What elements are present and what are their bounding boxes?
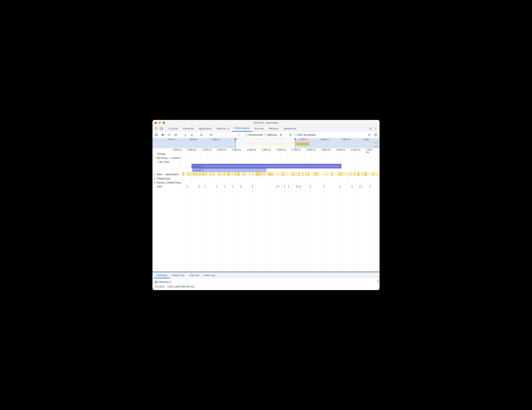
svg-point-4	[375, 127, 376, 128]
dim-3rd-parties-checkbox-input[interactable]	[294, 134, 297, 136]
collapse-arrow-icon[interactable]: ▼	[154, 157, 156, 159]
overview-cpu-olive	[297, 143, 309, 146]
record-icon[interactable]	[160, 132, 165, 137]
details-scrollbar[interactable]	[378, 280, 379, 284]
upload-icon[interactable]	[183, 132, 188, 137]
svg-point-15	[375, 135, 376, 136]
overview-handle-right[interactable]	[294, 138, 296, 140]
event-color-swatch	[155, 281, 157, 283]
svg-point-6	[375, 129, 376, 130]
details-tab-call-tree[interactable]: Call tree	[187, 272, 201, 278]
svg-line-12	[175, 134, 176, 136]
overview-handle-left[interactable]	[235, 138, 236, 140]
gc-icon[interactable]	[278, 132, 284, 137]
tab-sources[interactable]: Sources	[252, 126, 266, 132]
device-toolbar-icon[interactable]	[159, 126, 164, 131]
chevron-down-icon: ▼	[238, 134, 239, 136]
reload-record-icon[interactable]	[167, 132, 172, 137]
toggle-sidebar-icon[interactable]	[154, 132, 159, 137]
overview-cpu-label: CPU	[374, 142, 378, 144]
recording-selector-value: #3	[210, 133, 212, 136]
details-tab-summary[interactable]: Summary	[154, 272, 170, 278]
memory-checkbox[interactable]: Memory	[264, 133, 277, 136]
window-titlebar: DevTools - about:blank	[152, 120, 380, 126]
expand-arrow-icon[interactable]: ▶	[154, 178, 156, 180]
timeline-overview[interactable]: 500 ms 1,000 ms 1,500 ms 2,000 ms 2,500 …	[152, 138, 380, 148]
window-title: DevTools - about:blank	[152, 121, 380, 124]
tab-lighthouse[interactable]: Lighthouse	[281, 126, 299, 132]
screenshots-checkbox-input[interactable]	[245, 134, 247, 136]
help-icon[interactable]	[373, 132, 378, 137]
details-tab-event-log[interactable]: Event log	[201, 272, 217, 278]
settings-icon[interactable]	[368, 126, 373, 131]
performance-toolbar: #3 ▼ Screenshots Memory Dim 3rd parties	[152, 132, 380, 138]
overview-viewport[interactable]	[235, 138, 296, 148]
tab-application[interactable]: Application	[196, 126, 214, 132]
recording-selector[interactable]: #3 ▼	[208, 133, 241, 137]
tab-performance[interactable]: Performance	[232, 126, 252, 132]
track-timings[interactable]: Timings	[152, 152, 380, 156]
track-child-io[interactable]: ▶Chrome_ChildIOThread	[152, 181, 380, 185]
svg-rect-7	[155, 134, 158, 136]
track-main[interactable]: ▶Main — about:blank	[152, 172, 380, 177]
screenshots-checkbox[interactable]: Screenshots	[245, 133, 263, 136]
track-thread-pool[interactable]: ▶Thread pool	[152, 177, 380, 181]
details-tab-bottom-up[interactable]: Bottom-up	[170, 272, 187, 278]
details-tabs: Summary Bottom-up Call tree Event log	[152, 272, 380, 278]
tab-memory[interactable]: Memory	[266, 126, 281, 132]
track-gpu[interactable]: GPU	[152, 185, 380, 189]
details-selected-title: measure 2	[155, 280, 377, 283]
main-ruler: 1,900 ms 2,000 ms 2,100 ms 2,200 ms 2,30…	[181, 148, 380, 152]
panel-settings-icon[interactable]	[367, 132, 372, 137]
memory-checkbox-input[interactable]	[264, 134, 267, 136]
download-icon[interactable]	[189, 132, 194, 137]
warning-icon: ▲	[227, 126, 229, 132]
flame-row-1: measure 1	[152, 168, 380, 172]
expand-arrow-icon[interactable]: ▶	[154, 173, 156, 175]
svg-point-13	[369, 134, 370, 135]
track-my-track[interactable]: ▼My Track	[152, 160, 380, 164]
flame-row-0: measure 2	[152, 164, 380, 168]
more-menu-icon[interactable]	[373, 126, 378, 131]
tab-elements[interactable]: Elements	[180, 126, 196, 132]
dim-3rd-parties-checkbox[interactable]: Dim 3rd parties	[294, 133, 316, 136]
details-body: measure 2 Duration 1.00 s (self 500.08 m…	[152, 278, 380, 290]
home-icon[interactable]	[199, 132, 204, 137]
collapse-arrow-icon[interactable]: ▼	[157, 161, 159, 163]
flame-chart-area[interactable]: 1,900 ms 2,000 ms 2,100 ms 2,200 ms 2,30…	[152, 148, 380, 272]
svg-point-3	[370, 128, 371, 129]
main-thread-events[interactable]	[181, 172, 380, 176]
overview-net-label: NET	[374, 146, 378, 148]
svg-rect-2	[162, 128, 163, 130]
gpu-events[interactable]	[181, 185, 380, 188]
svg-point-5	[375, 128, 376, 129]
tab-console[interactable]: Console	[166, 126, 180, 132]
expand-arrow-icon[interactable]: ▶	[154, 182, 155, 184]
panel-tabs: Console Elements Application Network ▲ P…	[166, 126, 299, 132]
track-group-my-group[interactable]: ▼My Group — Custom track	[152, 156, 380, 160]
clear-icon[interactable]	[173, 132, 178, 137]
tab-network[interactable]: Network ▲	[214, 126, 232, 132]
flame-event-measure-2[interactable]: measure 2	[192, 164, 341, 168]
inspect-element-icon[interactable]	[154, 126, 159, 131]
svg-point-10	[162, 134, 163, 135]
shortcuts-icon[interactable]	[288, 132, 293, 137]
details-duration-row: Duration 1.00 s (self 500.08 ms)	[155, 285, 377, 288]
flame-event-measure-1[interactable]: measure 1	[192, 168, 266, 172]
main-tabstrip: Console Elements Application Network ▲ P…	[152, 126, 380, 132]
devtools-window: DevTools - about:blank Console Elements …	[152, 120, 380, 290]
